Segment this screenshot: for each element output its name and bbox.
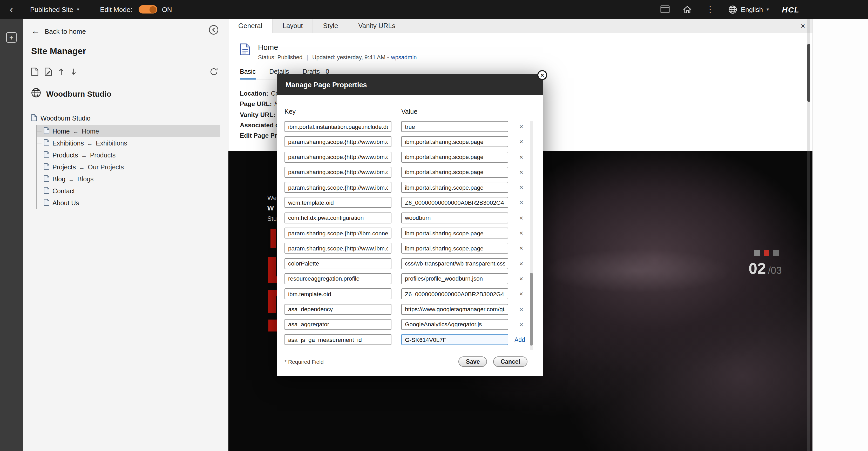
dialog-close-icon[interactable]: × [537,70,547,80]
tree-item-title: Exhibitions [53,140,84,147]
property-key-input[interactable] [284,258,392,269]
property-key-input[interactable] [284,228,392,238]
back-chevron-icon[interactable]: ‹ [0,0,23,19]
property-key-input[interactable] [284,136,392,147]
property-row: × [284,273,543,284]
tree-root-item[interactable]: Woodburn Studio [31,113,228,124]
property-value-input[interactable] [401,121,508,132]
tree-item[interactable]: Home ← Home [37,125,220,137]
tree-item-arrow-icon: ← [73,128,79,134]
tree-item[interactable]: Products ← Products [37,149,220,161]
tree-item[interactable]: Exhibitions ← Exhibitions [37,137,220,149]
property-value-input[interactable] [401,197,508,208]
published-site-dropdown[interactable]: Published Site ▾ [30,5,79,13]
remove-row-icon[interactable]: × [517,152,526,162]
dialog-scrollbar[interactable] [530,273,533,345]
property-value-input[interactable] [401,182,508,193]
property-value-input[interactable] [401,258,508,269]
tab[interactable]: Style [313,19,348,33]
page-icon [43,187,49,195]
updated-user-link[interactable]: wpsadmin [391,54,417,60]
tree-item[interactable]: Contact [37,185,220,197]
tree-item-name: Exhibitions [96,140,127,147]
new-property-value-input[interactable] [401,334,508,345]
property-value-input[interactable] [401,167,508,178]
remove-row-icon[interactable]: × [517,122,526,131]
remove-row-icon[interactable]: × [517,244,526,253]
page-icon [43,163,49,171]
tab[interactable]: Layout [272,19,313,33]
add-panel-icon[interactable]: + [6,32,17,43]
property-key-input[interactable] [284,151,392,162]
refresh-icon[interactable] [209,67,219,79]
back-to-home-link[interactable]: Back to home [44,27,86,35]
preview-icon[interactable] [660,5,670,13]
carousel-dot[interactable] [773,250,779,256]
cancel-button[interactable]: Cancel [493,357,527,367]
remove-row-icon[interactable]: × [517,305,526,314]
dialog-footer: * Required Field Save Cancel [284,357,527,367]
move-down-icon[interactable] [71,67,77,76]
property-value-input[interactable] [401,273,508,284]
page-scrollbar[interactable] [807,44,810,102]
edit-page-icon[interactable] [44,67,52,76]
remove-row-icon[interactable]: × [517,320,526,329]
new-page-icon[interactable] [31,67,38,76]
property-value-input[interactable] [401,304,508,315]
property-key-input[interactable] [284,304,392,315]
property-row: × [284,228,543,238]
page-header: Home Status: Published | Updated: yester… [228,33,812,60]
property-key-input[interactable] [284,213,392,223]
remove-row-icon[interactable]: × [517,198,526,207]
tree-item[interactable]: Blog ← Blogs [37,173,220,185]
tree-item[interactable]: Projects ← Our Projects [37,161,220,173]
back-circle-icon[interactable] [209,25,219,37]
left-rail: + [0,19,23,451]
property-key-input[interactable] [284,121,392,132]
tree-item-name: Home [82,128,99,135]
new-property-row: Add [284,334,543,345]
remove-row-icon[interactable]: × [517,182,526,192]
property-value-input[interactable] [401,289,508,300]
property-value-input[interactable] [401,136,508,147]
property-value-input[interactable] [401,228,508,238]
save-button[interactable]: Save [459,357,487,367]
property-key-input[interactable] [284,197,392,208]
tree-item[interactable]: About Us [37,197,220,209]
add-row-link[interactable]: Add [515,336,525,343]
move-up-icon[interactable] [58,67,64,76]
kebab-menu-icon[interactable]: ⋮ [705,5,715,13]
property-key-input[interactable] [284,243,392,254]
property-key-input[interactable] [284,273,392,284]
remove-row-icon[interactable]: × [517,274,526,283]
remove-row-icon[interactable]: × [517,259,526,268]
tab[interactable]: General [228,19,272,33]
remove-row-icon[interactable]: × [517,137,526,146]
property-row: × [284,304,543,315]
remove-row-icon[interactable]: × [517,213,526,223]
tree-item-name: Blogs [78,175,94,182]
property-key-input[interactable] [284,319,392,330]
property-value-input[interactable] [401,213,508,223]
field-label: Associated co [240,121,283,129]
property-key-input[interactable] [284,289,392,300]
tab[interactable]: Vanity URLs [348,19,405,33]
new-property-key-input[interactable] [284,334,392,345]
language-selector[interactable]: English ▾ [728,5,769,14]
close-icon[interactable]: × [801,19,805,33]
property-key-input[interactable] [284,167,392,178]
home-icon[interactable] [683,5,692,14]
property-key-input[interactable] [284,182,392,193]
edit-mode-toggle[interactable] [138,5,157,13]
remove-row-icon[interactable]: × [517,289,526,299]
property-value-input[interactable] [401,243,508,254]
dialog-header: Manage Page Properties [277,74,543,95]
remove-row-icon[interactable]: × [517,168,526,177]
carousel-dot[interactable] [754,250,760,256]
remove-row-icon[interactable]: × [517,228,526,238]
manage-page-properties-dialog: Manage Page Properties × Key Value × × [277,74,543,376]
subtab[interactable]: Basic [240,68,256,80]
carousel-dot-active[interactable] [764,250,769,256]
property-value-input[interactable] [401,151,508,162]
property-value-input[interactable] [401,319,508,330]
